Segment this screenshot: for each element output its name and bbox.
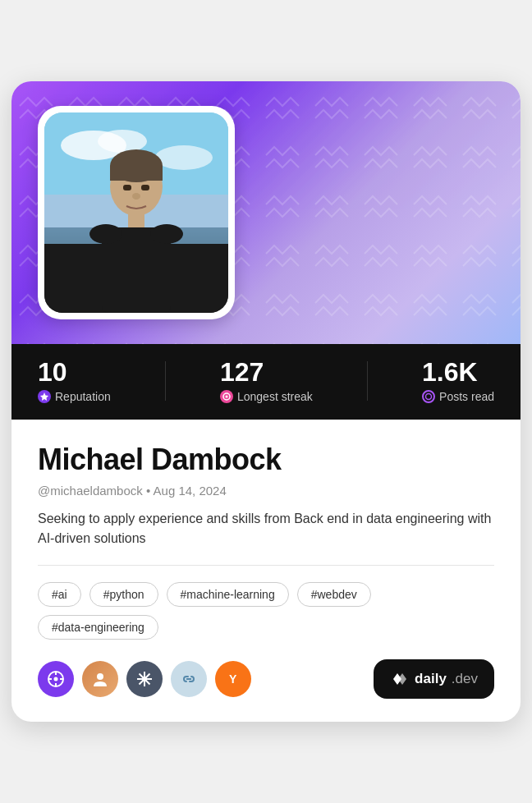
reputation-label-row: Reputation [38, 390, 111, 403]
svg-rect-11 [123, 185, 131, 190]
streak-value: 127 [220, 359, 264, 385]
stat-divider-1 [165, 361, 166, 401]
user-name: Michael Dambock [38, 443, 494, 477]
user-joined: Aug 14, 2024 [154, 484, 227, 498]
streak-label-row: Longest streak [220, 390, 313, 403]
y-badge[interactable]: Y [215, 661, 251, 697]
reputation-value: 10 [38, 359, 67, 385]
posts-icon [422, 390, 435, 403]
svg-point-27 [54, 677, 58, 681]
streak-label: Longest streak [237, 390, 313, 403]
footer-row: Y daily.dev [38, 659, 494, 699]
content-divider [38, 565, 494, 566]
badges-container: Y [38, 661, 251, 697]
svg-point-33 [142, 677, 147, 681]
profile-content: Michael Dambock @michaeldambock • Aug 14… [11, 420, 521, 722]
stat-posts: 1.6K Posts read [422, 359, 494, 403]
header-background [11, 81, 521, 344]
brand-suffix: .dev [452, 671, 478, 687]
avatar [44, 112, 228, 313]
posts-value: 1.6K [422, 359, 478, 385]
person-badge[interactable] [82, 661, 118, 697]
posts-label: Posts read [439, 390, 494, 403]
daily-dev-brand[interactable]: daily.dev [374, 659, 494, 699]
avatar-wrapper [38, 106, 235, 319]
meta-separator: • [146, 484, 154, 498]
brand-name: daily [415, 671, 447, 687]
svg-point-13 [132, 193, 140, 200]
profile-card: 10 Reputation 127 Longest streak 1.6K [11, 81, 521, 722]
tag-machine-learning[interactable]: #machine-learning [167, 582, 289, 607]
tag-python[interactable]: #python [89, 582, 158, 607]
daily-dev-icon [390, 669, 410, 689]
svg-point-16 [89, 224, 122, 244]
user-meta: @michaeldambock • Aug 14, 2024 [38, 484, 494, 498]
svg-point-17 [150, 224, 183, 244]
svg-point-6 [98, 130, 147, 153]
posts-label-row: Posts read [422, 390, 494, 403]
stats-bar: 10 Reputation 127 Longest streak 1.6K [11, 342, 521, 420]
link-badge[interactable] [171, 661, 207, 697]
stat-divider-2 [367, 361, 368, 401]
svg-text:Y: Y [229, 672, 237, 686]
svg-marker-18 [40, 392, 48, 401]
svg-point-28 [97, 673, 103, 680]
streak-icon [220, 390, 233, 403]
tag-data-engineering[interactable]: #data-engineering [38, 615, 158, 640]
reputation-label: Reputation [55, 390, 111, 403]
svg-rect-10 [110, 166, 163, 181]
user-bio: Seeking to apply experience and skills f… [38, 509, 494, 548]
stat-reputation: 10 Reputation [38, 359, 111, 403]
user-handle: @michaeldambock [38, 484, 143, 498]
svg-point-20 [225, 396, 227, 398]
svg-point-21 [426, 394, 432, 400]
svg-rect-14 [128, 213, 144, 229]
svg-point-7 [155, 145, 213, 170]
svg-rect-12 [141, 185, 149, 190]
stat-streak: 127 Longest streak [220, 359, 313, 403]
tags-container: #ai #python #machine-learning #webdev #d… [38, 582, 494, 640]
reputation-icon [38, 390, 51, 403]
gear-badge[interactable] [126, 661, 163, 697]
tag-webdev[interactable]: #webdev [297, 582, 371, 607]
tag-ai[interactable]: #ai [38, 582, 81, 607]
crosshair-badge[interactable] [38, 661, 74, 697]
